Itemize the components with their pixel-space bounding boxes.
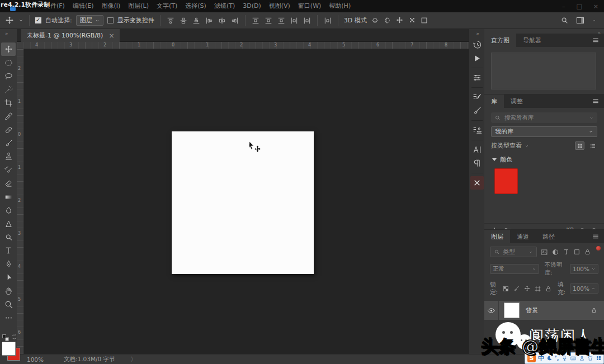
library-select[interactable]: 我的库 — [491, 126, 597, 137]
3d-pan-icon[interactable] — [395, 16, 404, 25]
panel-menu-icon[interactable] — [592, 94, 604, 108]
document-canvas[interactable] — [172, 131, 314, 274]
3d-orbit-icon[interactable] — [371, 16, 379, 25]
menu-item[interactable]: 3D(D) — [239, 0, 265, 12]
menu-item[interactable]: 文字(T) — [153, 0, 181, 12]
tab-navigator[interactable]: 导航器 — [516, 34, 548, 47]
maximize-button[interactable]: □ — [576, 3, 582, 10]
properties-panel-icon[interactable] — [470, 71, 484, 84]
tab-paths[interactable]: 路径 — [536, 230, 561, 243]
menu-item[interactable]: 帮助(H) — [325, 0, 355, 12]
workspace-switcher-icon[interactable] — [575, 16, 585, 25]
opacity-field[interactable]: 100% — [570, 264, 598, 274]
tool-gradient[interactable] — [1, 190, 16, 204]
tab-histogram[interactable]: 直方图 — [484, 34, 516, 47]
default-colors-icon[interactable] — [2, 334, 9, 341]
tool-blur[interactable] — [1, 204, 16, 217]
align-horizontal-centers-icon[interactable] — [218, 16, 226, 25]
menu-item[interactable]: 图层(L) — [124, 0, 153, 12]
layer-thumbnail[interactable] — [504, 302, 520, 318]
search-icon[interactable] — [560, 16, 569, 25]
menu-item[interactable]: 选择(S) — [181, 0, 210, 12]
distribute-vertical-centers-icon[interactable] — [264, 16, 273, 25]
tool-path-selection[interactable] — [1, 271, 16, 284]
soft-keyboard-icon[interactable] — [570, 355, 577, 362]
layer-visibility-eye-icon[interactable] — [484, 301, 499, 320]
moon-icon[interactable] — [546, 355, 553, 361]
filter-pixel-layers-icon[interactable] — [540, 248, 548, 256]
filter-adjustment-layers-icon[interactable] — [551, 248, 559, 256]
menu-item[interactable]: 窗口(W) — [294, 0, 325, 12]
library-color-swatch[interactable] — [494, 168, 518, 194]
menu-item[interactable]: 滤镜(T) — [210, 0, 239, 12]
panel-menu-icon[interactable] — [592, 34, 604, 47]
layer-row-background[interactable]: 背景 — [484, 301, 604, 320]
tab-layers[interactable]: 图层 — [484, 230, 510, 243]
filter-type-dropdown[interactable]: 类型 — [490, 247, 537, 257]
swap-colors-icon[interactable] — [11, 334, 17, 340]
skin-shirt-icon[interactable] — [587, 355, 593, 361]
list-view-icon[interactable] — [588, 141, 597, 150]
auto-select-checkbox[interactable] — [35, 17, 41, 23]
ime-language-mode[interactable]: 中 — [538, 354, 544, 362]
edit-toolbar-ellipsis-icon[interactable] — [1, 311, 16, 324]
filter-shape-layers-icon[interactable] — [573, 248, 581, 256]
tool-history-brush[interactable] — [1, 163, 16, 177]
tool-clone-stamp[interactable] — [1, 150, 16, 163]
grid-view-icon[interactable] — [575, 141, 584, 150]
3d-scale-icon[interactable] — [420, 16, 428, 25]
dock-collapse-icon[interactable]: » — [476, 31, 479, 36]
toolbox-grid-icon[interactable] — [596, 355, 602, 361]
tool-move[interactable] — [1, 42, 16, 56]
lock-transparent-pixels-icon[interactable] — [502, 285, 509, 292]
align-right-edges-icon[interactable] — [230, 16, 239, 25]
3d-roll-icon[interactable] — [383, 16, 391, 25]
ruler-horizontal[interactable]: 4321012345678 — [17, 42, 469, 49]
tool-hand[interactable] — [1, 284, 16, 297]
tool-brush[interactable] — [1, 136, 16, 150]
tab-adjustments[interactable]: 调整 — [504, 94, 530, 108]
tool-lasso[interactable] — [1, 69, 16, 83]
3d-slide-icon[interactable] — [406, 15, 418, 26]
clone-source-panel-icon[interactable] — [470, 124, 484, 137]
character-panel-icon[interactable] — [470, 143, 484, 157]
tool-pen[interactable] — [1, 257, 16, 271]
history-panel-icon[interactable] — [470, 38, 484, 51]
foreground-color-swatch[interactable] — [2, 342, 16, 356]
ruler-vertical[interactable]: 210123456 — [17, 49, 24, 354]
tool-spot-healing-brush[interactable] — [1, 123, 16, 136]
show-transform-checkbox[interactable] — [107, 17, 114, 23]
blend-mode-dropdown[interactable]: 正常 — [490, 264, 539, 274]
panel-menu-icon[interactable] — [592, 230, 604, 243]
distribute-left-icon[interactable] — [290, 16, 299, 25]
toolbar-collapse-icon[interactable]: » — [5, 31, 8, 36]
distribute-top-icon[interactable] — [251, 16, 260, 25]
chevron-down-icon[interactable] — [592, 18, 596, 23]
lock-position-icon[interactable] — [523, 285, 531, 292]
actions-panel-icon[interactable] — [470, 51, 484, 65]
tool-eyedropper[interactable] — [1, 110, 16, 123]
tab-channels[interactable]: 通道 — [510, 230, 536, 243]
lock-all-icon[interactable] — [545, 285, 552, 292]
align-left-edges-icon[interactable] — [205, 16, 214, 25]
lock-artboard-icon[interactable] — [534, 285, 541, 292]
move-tool-icon[interactable] — [4, 16, 15, 26]
fill-field[interactable]: 100% — [570, 283, 598, 294]
colors-section-header[interactable]: 颜色 — [492, 155, 596, 164]
person-icon[interactable] — [579, 355, 585, 361]
tool-magic-wand[interactable] — [1, 83, 16, 96]
tool-dodge[interactable] — [1, 230, 16, 244]
close-button[interactable]: × — [593, 3, 598, 10]
chevron-down-icon[interactable] — [18, 18, 23, 23]
ime-punctuation[interactable]: ’, — [555, 355, 559, 361]
ime-logo[interactable]: S — [527, 354, 536, 362]
filter-smart-objects-icon[interactable] — [584, 248, 591, 256]
zoom-level-field[interactable]: 100% — [27, 356, 56, 363]
filter-type-layers-icon[interactable] — [563, 248, 570, 256]
microphone-icon[interactable] — [561, 355, 568, 361]
tab-libraries[interactable]: 库 — [484, 94, 504, 108]
minimize-button[interactable]: – — [562, 3, 565, 10]
close-panel-icon[interactable] — [470, 176, 484, 190]
tool-zoom[interactable] — [1, 297, 16, 311]
lock-image-pixels-icon[interactable] — [513, 285, 520, 292]
